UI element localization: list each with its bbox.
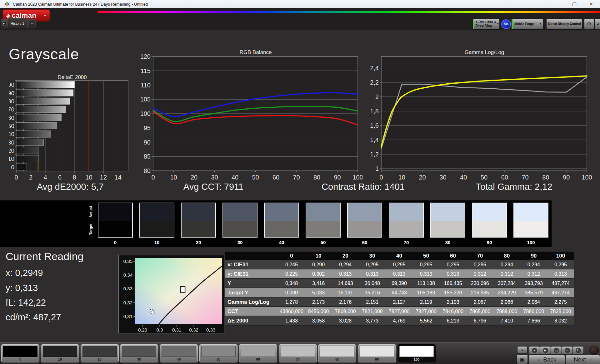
collapse-toolbar-button[interactable]: ◀ [594, 18, 600, 29]
maximize-button[interactable]: ▢ [570, 1, 579, 7]
total-gamma-stat: Total Gamma: 2,12 [476, 182, 552, 192]
svg-text:30: 30 [439, 174, 446, 181]
table-row-label: Y [225, 279, 278, 288]
svg-text:50: 50 [252, 174, 259, 181]
pattern-patch-10[interactable]: 10 [41, 344, 79, 362]
table-cell: 105,183 [412, 288, 439, 298]
table-cell: 1,438 [278, 316, 305, 326]
svg-text:60: 60 [9, 115, 14, 121]
table-cell: 0,312 [520, 269, 547, 279]
grayscale-swatch-40: 40 [264, 203, 299, 245]
pattern-patch-70[interactable]: 70 [279, 344, 317, 362]
device-labels: X-Rite i1Pro 3Direct View [474, 20, 496, 27]
svg-text:2: 2 [375, 93, 379, 100]
svg-text:100: 100 [140, 110, 151, 117]
table-cell: 0,000 [278, 288, 305, 298]
pattern-patch-30[interactable]: 30 [120, 344, 158, 362]
table-cell: 0,302 [305, 269, 332, 279]
table-cell: 0,290 [305, 260, 332, 269]
table-cell: 113,138 [412, 279, 439, 288]
panel-expander-button[interactable]: ▶ [1, 19, 7, 28]
reading-fl: fL: 142,22 [6, 298, 46, 308]
svg-text:90: 90 [9, 90, 14, 96]
table-cell: 2,064 [520, 298, 547, 307]
pattern-patch-60[interactable]: 60 [239, 344, 277, 362]
calman-menu-dropdown[interactable]: ▼ [40, 10, 50, 21]
svg-text:0,34: 0,34 [123, 272, 132, 278]
table-cell: 0,313 [332, 269, 359, 279]
table-cell: 6,213 [440, 316, 467, 326]
table-cell: 307,284 [493, 279, 520, 288]
close-button[interactable]: ✕ [587, 1, 596, 7]
next-button[interactable]: Next » [565, 355, 600, 364]
refresh-button[interactable]: ↻ [572, 346, 584, 355]
table-cell: 7865,000 [467, 307, 493, 316]
pattern-window-button[interactable]: ▣ [517, 354, 528, 364]
device-dropdown-meter[interactable]: X-Rite i1Pro 3Direct View▼ [473, 18, 500, 29]
table-cell: 3,773 [359, 316, 386, 326]
rgb-balance-chart: 8085909510010511011512001020304050607080… [138, 49, 362, 184]
table-cell: 7821,000 [359, 307, 386, 316]
svg-text:30: 30 [211, 174, 218, 181]
chevron-down-icon: ▼ [582, 22, 584, 25]
pattern-patch-0[interactable]: 0 [1, 344, 39, 362]
table-cell: 14,693 [332, 279, 359, 288]
table-column-header: 70 [467, 252, 493, 260]
add-tab-button[interactable]: + [28, 19, 36, 27]
swatch-box [222, 203, 258, 238]
pattern-patch-80[interactable]: 80 [318, 344, 356, 362]
table-cell: 7,410 [493, 316, 520, 326]
continuous-button[interactable]: ∞ [562, 346, 573, 355]
svg-text:0: 0 [11, 164, 14, 170]
reading-x: x: 0,2949 [6, 268, 43, 278]
table-row-label: x: CIE31 [225, 260, 278, 269]
patch-color [122, 346, 156, 357]
pattern-patch-90[interactable]: 90 [358, 344, 396, 362]
svg-text:1,2: 1,2 [370, 151, 379, 158]
swatch-box [347, 203, 382, 238]
deltae-chart: 100908070605040302010002468101214 [9, 79, 134, 182]
patch-color [43, 346, 77, 357]
pattern-up-button[interactable]: ▲ [517, 346, 528, 354]
meter-resolution-badge: 680 [501, 19, 511, 29]
swatch-label: 90 [472, 240, 507, 245]
pattern-patch-40[interactable]: 40 [160, 344, 198, 362]
swatch-label: 100 [513, 240, 548, 245]
device-label-line: Direct Display Control [548, 22, 581, 26]
svg-text:105: 105 [140, 96, 151, 103]
stop-button[interactable]: ■ [529, 346, 540, 355]
table-cell: 64,743 [386, 288, 412, 298]
svg-text:80: 80 [144, 167, 151, 174]
device-dropdown-source[interactable]: Mobile Forge▼ [511, 18, 543, 29]
table-cell: 0,312 [493, 269, 520, 279]
minimize-button[interactable]: – [553, 2, 562, 7]
svg-text:80: 80 [542, 174, 549, 181]
table-cell: 3,416 [305, 279, 332, 288]
svg-text:4: 4 [43, 174, 47, 181]
table-cell: 2,087 [467, 298, 493, 307]
pattern-patch-50[interactable]: 50 [199, 344, 238, 362]
table-cell: 6,796 [467, 316, 493, 326]
measurement-table: 0102030405060708090100x: CIE310,2450,290… [225, 252, 574, 326]
tab-history-1[interactable]: History 1 [8, 18, 28, 28]
pattern-patch-20[interactable]: 20 [81, 344, 119, 362]
pattern-patch-100[interactable]: 100 [398, 344, 436, 362]
back-button[interactable]: « Back [528, 355, 565, 364]
swatch-label: 60 [347, 240, 382, 245]
settings-gear-button[interactable]: ⚙ [584, 18, 594, 29]
table-cell: 2,127 [386, 298, 412, 307]
table-column-header: 100 [547, 252, 574, 260]
grayscale-swatch-90: 90 [472, 203, 507, 245]
swatch-label: 10 [139, 240, 174, 245]
back-chevrons-icon: « [537, 357, 540, 362]
table-cell: 7889,000 [493, 307, 520, 316]
play-button[interactable]: ▶ [540, 346, 551, 355]
svg-text:10: 10 [398, 174, 405, 181]
device-dropdown-display-control[interactable]: Direct Display Control▼ [546, 18, 582, 29]
svg-text:20: 20 [419, 174, 426, 181]
table-cell: 230,096 [467, 279, 493, 288]
pattern-size-button[interactable]: [··] [551, 346, 562, 355]
svg-text:0,35: 0,35 [123, 258, 132, 264]
svg-text:90: 90 [563, 174, 570, 181]
patch-color [201, 346, 236, 357]
